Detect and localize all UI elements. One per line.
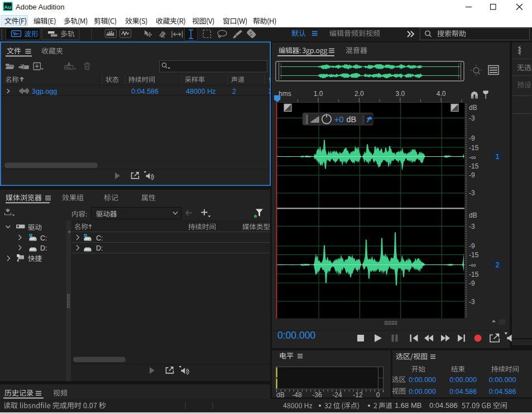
svg-text:hms: hms [279, 90, 291, 98]
svg-text:0:00.000: 0:00.000 [449, 376, 477, 384]
svg-text:0:04.586: 0:04.586 [429, 401, 458, 410]
svg-text:1.0: 1.0 [314, 90, 323, 98]
svg-text:Au: Au [4, 4, 11, 10]
svg-text:Adobe Audition: Adobe Audition [16, 3, 64, 11]
svg-text:0:04.586: 0:04.586 [489, 388, 516, 396]
svg-text:2: 2 [496, 261, 500, 269]
svg-text:D:: D: [40, 244, 47, 252]
svg-text:-15: -15 [469, 251, 479, 259]
svg-text:-∞: -∞ [469, 261, 476, 269]
svg-text:-3: -3 [469, 298, 475, 306]
svg-text:-9: -9 [469, 242, 475, 250]
svg-text:-9: -9 [469, 171, 475, 179]
svg-text:-9: -9 [469, 134, 475, 142]
svg-text:3.0: 3.0 [395, 90, 405, 98]
svg-text:dB: dB [347, 115, 357, 124]
svg-text:-36: -36 [312, 391, 322, 399]
svg-text:4.0: 4.0 [437, 90, 446, 98]
svg-text:0:00.000: 0:00.000 [489, 376, 516, 384]
svg-text:dB: dB [276, 391, 285, 399]
svg-text:D:: D: [96, 244, 103, 252]
svg-text:-24: -24 [332, 391, 342, 399]
svg-text:48000 Hz: 48000 Hz [186, 88, 216, 95]
svg-text:C:: C: [96, 234, 103, 242]
svg-text:-15: -15 [469, 144, 479, 152]
svg-text:-15: -15 [469, 271, 479, 278]
svg-text:1.68 MB: 1.68 MB [395, 401, 421, 410]
svg-text:-15: -15 [469, 162, 479, 170]
svg-text:-3: -3 [469, 114, 475, 122]
svg-text:2: 2 [232, 88, 236, 95]
svg-text:C:: C: [40, 234, 47, 242]
svg-text:0:00.000: 0:00.000 [277, 330, 315, 341]
svg-text:dB: dB [469, 211, 477, 219]
svg-text:-3: -3 [469, 223, 475, 230]
svg-text:0: 0 [376, 391, 380, 399]
svg-text:-3: -3 [469, 189, 475, 197]
svg-text:-9: -9 [469, 280, 475, 287]
svg-text:2.0: 2.0 [354, 90, 364, 98]
svg-text:-48: -48 [292, 391, 302, 399]
svg-text:0:04.586: 0:04.586 [449, 388, 477, 396]
svg-text:0:00.000: 0:00.000 [409, 376, 436, 384]
svg-text:0:04.586: 0:04.586 [131, 88, 159, 95]
svg-text:dB: dB [469, 104, 477, 112]
svg-text:-12: -12 [353, 391, 363, 399]
svg-text:+0: +0 [334, 115, 344, 124]
svg-text:0:00.000: 0:00.000 [409, 388, 436, 396]
svg-text:3gp.ogg: 3gp.ogg [32, 88, 57, 95]
svg-text:-∞: -∞ [469, 153, 476, 161]
svg-text:1: 1 [496, 153, 500, 161]
